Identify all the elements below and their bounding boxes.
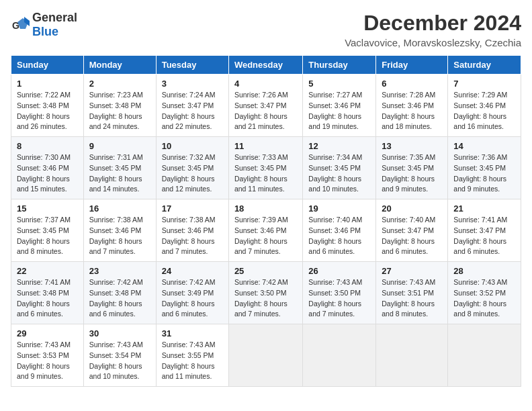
day-29: 29 Sunrise: 7:43 AMSunset: 3:53 PMDaylig… xyxy=(11,324,84,387)
logo-blue: Blue xyxy=(32,25,58,38)
col-saturday: Saturday xyxy=(448,56,521,75)
day-15: 15 Sunrise: 7:37 AMSunset: 3:45 PMDaylig… xyxy=(11,199,84,262)
col-thursday: Thursday xyxy=(303,56,376,75)
col-friday: Friday xyxy=(376,56,448,75)
day-6: 6 Sunrise: 7:28 AMSunset: 3:46 PMDayligh… xyxy=(376,75,448,137)
day-27: 27 Sunrise: 7:43 AMSunset: 3:51 PMDaylig… xyxy=(376,262,448,324)
calendar-header-row: Sunday Monday Tuesday Wednesday Thursday… xyxy=(11,56,521,75)
day-11: 11 Sunrise: 7:33 AMSunset: 3:45 PMDaylig… xyxy=(228,137,302,199)
day-23: 23 Sunrise: 7:42 AMSunset: 3:48 PMDaylig… xyxy=(83,262,156,324)
day-24: 24 Sunrise: 7:42 AMSunset: 3:49 PMDaylig… xyxy=(156,262,228,324)
day-14: 14 Sunrise: 7:36 AMSunset: 3:45 PMDaylig… xyxy=(448,137,521,199)
week-row-2: 8 Sunrise: 7:30 AMSunset: 3:46 PMDayligh… xyxy=(11,137,521,199)
col-monday: Monday xyxy=(83,56,156,75)
day-7: 7 Sunrise: 7:29 AMSunset: 3:46 PMDayligh… xyxy=(448,75,521,137)
day-17: 17 Sunrise: 7:38 AMSunset: 3:46 PMDaylig… xyxy=(156,199,228,262)
empty-cell-4 xyxy=(448,324,521,387)
week-row-5: 29 Sunrise: 7:43 AMSunset: 3:53 PMDaylig… xyxy=(11,324,521,387)
empty-cell-3 xyxy=(376,324,448,387)
day-31: 31 Sunrise: 7:43 AMSunset: 3:55 PMDaylig… xyxy=(156,324,228,387)
day-2: 2 Sunrise: 7:23 AMSunset: 3:48 PMDayligh… xyxy=(83,75,156,137)
day-22: 22 Sunrise: 7:41 AMSunset: 3:48 PMDaylig… xyxy=(11,262,84,324)
col-wednesday: Wednesday xyxy=(228,56,302,75)
day-26: 26 Sunrise: 7:43 AMSunset: 3:50 PMDaylig… xyxy=(303,262,376,324)
day-30: 30 Sunrise: 7:43 AMSunset: 3:54 PMDaylig… xyxy=(83,324,156,387)
day-18: 18 Sunrise: 7:39 AMSunset: 3:46 PMDaylig… xyxy=(228,199,302,262)
week-row-1: 1 Sunrise: 7:22 AMSunset: 3:48 PMDayligh… xyxy=(11,75,521,137)
day-21: 21 Sunrise: 7:41 AMSunset: 3:47 PMDaylig… xyxy=(448,199,521,262)
week-row-3: 15 Sunrise: 7:37 AMSunset: 3:45 PMDaylig… xyxy=(11,199,521,262)
day-1: 1 Sunrise: 7:22 AMSunset: 3:48 PMDayligh… xyxy=(11,75,84,137)
location-subtitle: Vaclavovice, Moravskoslezsky, Czechia xyxy=(345,37,521,48)
page-header: G General Blue December 2024 Vaclavovice… xyxy=(11,11,521,48)
day-13: 13 Sunrise: 7:35 AMSunset: 3:45 PMDaylig… xyxy=(376,137,448,199)
day-5: 5 Sunrise: 7:27 AMSunset: 3:46 PMDayligh… xyxy=(303,75,376,137)
logo-general: General xyxy=(32,11,77,24)
day-20: 20 Sunrise: 7:40 AMSunset: 3:47 PMDaylig… xyxy=(376,199,448,262)
col-tuesday: Tuesday xyxy=(156,56,228,75)
empty-cell-2 xyxy=(303,324,376,387)
day-16: 16 Sunrise: 7:38 AMSunset: 3:46 PMDaylig… xyxy=(83,199,156,262)
day-25: 25 Sunrise: 7:42 AMSunset: 3:50 PMDaylig… xyxy=(228,262,302,324)
week-row-4: 22 Sunrise: 7:41 AMSunset: 3:48 PMDaylig… xyxy=(11,262,521,324)
col-sunday: Sunday xyxy=(11,56,84,75)
month-title: December 2024 xyxy=(345,11,521,36)
logo: G General Blue xyxy=(11,11,77,39)
empty-cell-1 xyxy=(228,324,302,387)
day-4: 4 Sunrise: 7:26 AMSunset: 3:47 PMDayligh… xyxy=(228,75,302,137)
logo-icon: G xyxy=(11,15,30,34)
day-9: 9 Sunrise: 7:31 AMSunset: 3:45 PMDayligh… xyxy=(83,137,156,199)
day-28: 28 Sunrise: 7:43 AMSunset: 3:52 PMDaylig… xyxy=(448,262,521,324)
day-10: 10 Sunrise: 7:32 AMSunset: 3:45 PMDaylig… xyxy=(156,137,228,199)
calendar-table: Sunday Monday Tuesday Wednesday Thursday… xyxy=(11,55,521,387)
day-8: 8 Sunrise: 7:30 AMSunset: 3:46 PMDayligh… xyxy=(11,137,84,199)
title-area: December 2024 Vaclavovice, Moravskoslezs… xyxy=(345,11,521,48)
day-3: 3 Sunrise: 7:24 AMSunset: 3:47 PMDayligh… xyxy=(156,75,228,137)
day-19: 19 Sunrise: 7:40 AMSunset: 3:46 PMDaylig… xyxy=(303,199,376,262)
day-12: 12 Sunrise: 7:34 AMSunset: 3:45 PMDaylig… xyxy=(303,137,376,199)
